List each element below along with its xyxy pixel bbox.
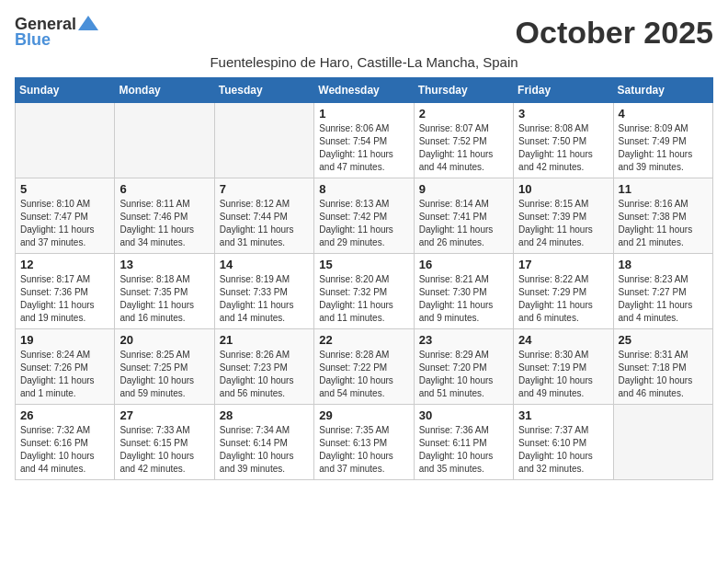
day-number: 8: [319, 182, 408, 196]
day-info: Sunrise: 7:33 AM Sunset: 6:15 PM Dayligh…: [119, 424, 209, 476]
header-monday: Monday: [115, 78, 214, 103]
day-info: Sunrise: 8:23 AM Sunset: 7:27 PM Dayligh…: [619, 273, 708, 325]
calendar-cell: [214, 103, 313, 178]
day-info: Sunrise: 8:22 AM Sunset: 7:29 PM Dayligh…: [518, 273, 608, 325]
calendar-cell: 30Sunrise: 7:36 AM Sunset: 6:11 PM Dayli…: [414, 405, 513, 480]
day-number: 14: [220, 258, 309, 271]
calendar-cell: [115, 103, 214, 178]
day-number: 30: [419, 408, 508, 422]
logo-blue-text: Blue: [15, 30, 51, 50]
calendar-cell: 16Sunrise: 8:21 AM Sunset: 7:30 PM Dayli…: [414, 254, 513, 329]
calendar-cell: 4Sunrise: 8:09 AM Sunset: 7:49 PM Daylig…: [613, 103, 712, 178]
day-info: Sunrise: 8:24 AM Sunset: 7:26 PM Dayligh…: [20, 349, 109, 400]
day-number: 16: [419, 258, 508, 271]
header-saturday: Saturday: [613, 78, 712, 103]
day-info: Sunrise: 7:36 AM Sunset: 6:11 PM Dayligh…: [419, 424, 508, 476]
day-info: Sunrise: 8:13 AM Sunset: 7:42 PM Dayligh…: [319, 198, 408, 249]
day-number: 22: [319, 333, 408, 347]
day-info: Sunrise: 8:26 AM Sunset: 7:23 PM Dayligh…: [220, 349, 309, 400]
day-number: 13: [119, 258, 209, 271]
day-number: 24: [518, 333, 608, 347]
header: General Blue October 2025: [15, 15, 713, 51]
day-number: 29: [319, 408, 408, 422]
calendar-cell: 25Sunrise: 8:31 AM Sunset: 7:18 PM Dayli…: [613, 329, 712, 405]
day-number: 7: [220, 182, 309, 196]
day-number: 31: [518, 408, 608, 422]
day-number: 15: [319, 258, 408, 271]
day-info: Sunrise: 8:08 AM Sunset: 7:50 PM Dayligh…: [518, 122, 608, 174]
calendar-cell: 3Sunrise: 8:08 AM Sunset: 7:50 PM Daylig…: [514, 103, 613, 178]
day-number: 17: [518, 258, 608, 271]
day-number: 23: [419, 333, 508, 347]
calendar-cell: 5Sunrise: 8:10 AM Sunset: 7:47 PM Daylig…: [16, 178, 115, 254]
day-info: Sunrise: 8:15 AM Sunset: 7:39 PM Dayligh…: [518, 198, 608, 249]
day-info: Sunrise: 8:30 AM Sunset: 7:19 PM Dayligh…: [518, 349, 608, 400]
logo: General Blue: [15, 15, 98, 50]
calendar-cell: 2Sunrise: 8:07 AM Sunset: 7:52 PM Daylig…: [414, 103, 513, 178]
calendar-cell: 29Sunrise: 7:35 AM Sunset: 6:13 PM Dayli…: [314, 405, 414, 480]
calendar-cell: [613, 405, 712, 480]
day-info: Sunrise: 8:10 AM Sunset: 7:47 PM Dayligh…: [20, 198, 109, 249]
calendar-cell: 20Sunrise: 8:25 AM Sunset: 7:25 PM Dayli…: [115, 329, 214, 405]
calendar-cell: 6Sunrise: 8:11 AM Sunset: 7:46 PM Daylig…: [115, 178, 214, 254]
calendar-week-4: 19Sunrise: 8:24 AM Sunset: 7:26 PM Dayli…: [16, 329, 713, 405]
day-number: 19: [20, 333, 109, 347]
day-number: 11: [619, 182, 708, 196]
day-info: Sunrise: 8:06 AM Sunset: 7:54 PM Dayligh…: [319, 122, 408, 174]
day-info: Sunrise: 8:20 AM Sunset: 7:32 PM Dayligh…: [319, 273, 408, 325]
calendar-cell: 10Sunrise: 8:15 AM Sunset: 7:39 PM Dayli…: [514, 178, 613, 254]
day-info: Sunrise: 7:32 AM Sunset: 6:16 PM Dayligh…: [20, 424, 109, 476]
day-number: 21: [220, 333, 309, 347]
calendar-cell: 27Sunrise: 7:33 AM Sunset: 6:15 PM Dayli…: [115, 405, 214, 480]
calendar-week-2: 5Sunrise: 8:10 AM Sunset: 7:47 PM Daylig…: [16, 178, 713, 254]
calendar-cell: 24Sunrise: 8:30 AM Sunset: 7:19 PM Dayli…: [514, 329, 613, 405]
calendar-table: Sunday Monday Tuesday Wednesday Thursday…: [15, 77, 713, 480]
logo-icon: [78, 16, 98, 30]
calendar-week-3: 12Sunrise: 8:17 AM Sunset: 7:36 PM Dayli…: [16, 254, 713, 329]
calendar-cell: 21Sunrise: 8:26 AM Sunset: 7:23 PM Dayli…: [214, 329, 313, 405]
calendar-cell: 26Sunrise: 7:32 AM Sunset: 6:16 PM Dayli…: [16, 405, 115, 480]
day-info: Sunrise: 7:34 AM Sunset: 6:14 PM Dayligh…: [220, 424, 309, 476]
day-info: Sunrise: 8:21 AM Sunset: 7:30 PM Dayligh…: [419, 273, 508, 325]
day-info: Sunrise: 7:35 AM Sunset: 6:13 PM Dayligh…: [319, 424, 408, 476]
day-info: Sunrise: 8:18 AM Sunset: 7:35 PM Dayligh…: [119, 273, 209, 325]
calendar-cell: 19Sunrise: 8:24 AM Sunset: 7:26 PM Dayli…: [16, 329, 115, 405]
calendar-cell: 9Sunrise: 8:14 AM Sunset: 7:41 PM Daylig…: [414, 178, 513, 254]
header-tuesday: Tuesday: [214, 78, 313, 103]
day-number: 20: [119, 333, 209, 347]
calendar-cell: 31Sunrise: 7:37 AM Sunset: 6:10 PM Dayli…: [514, 405, 613, 480]
day-info: Sunrise: 8:09 AM Sunset: 7:49 PM Dayligh…: [619, 122, 708, 174]
day-number: 1: [319, 107, 408, 121]
day-number: 26: [20, 408, 109, 422]
days-header-row: Sunday Monday Tuesday Wednesday Thursday…: [16, 78, 713, 103]
day-info: Sunrise: 7:37 AM Sunset: 6:10 PM Dayligh…: [518, 424, 608, 476]
calendar-cell: 11Sunrise: 8:16 AM Sunset: 7:38 PM Dayli…: [613, 178, 712, 254]
day-info: Sunrise: 8:07 AM Sunset: 7:52 PM Dayligh…: [419, 122, 508, 174]
day-number: 9: [419, 182, 508, 196]
calendar-cell: 12Sunrise: 8:17 AM Sunset: 7:36 PM Dayli…: [16, 254, 115, 329]
header-friday: Friday: [514, 78, 613, 103]
day-number: 10: [518, 182, 608, 196]
day-info: Sunrise: 8:25 AM Sunset: 7:25 PM Dayligh…: [119, 349, 209, 400]
calendar-cell: 15Sunrise: 8:20 AM Sunset: 7:32 PM Dayli…: [314, 254, 414, 329]
calendar-cell: 7Sunrise: 8:12 AM Sunset: 7:44 PM Daylig…: [214, 178, 313, 254]
header-wednesday: Wednesday: [314, 78, 414, 103]
header-thursday: Thursday: [414, 78, 513, 103]
day-info: Sunrise: 8:11 AM Sunset: 7:46 PM Dayligh…: [119, 198, 209, 249]
day-number: 27: [119, 408, 209, 422]
day-info: Sunrise: 8:14 AM Sunset: 7:41 PM Dayligh…: [419, 198, 508, 249]
calendar-cell: 23Sunrise: 8:29 AM Sunset: 7:20 PM Dayli…: [414, 329, 513, 405]
svg-marker-0: [78, 16, 98, 30]
day-info: Sunrise: 8:28 AM Sunset: 7:22 PM Dayligh…: [319, 349, 408, 400]
day-number: 6: [119, 182, 209, 196]
subtitle: Fuentelespino de Haro, Castille-La Manch…: [15, 54, 713, 70]
calendar-cell: 1Sunrise: 8:06 AM Sunset: 7:54 PM Daylig…: [314, 103, 414, 178]
day-info: Sunrise: 8:31 AM Sunset: 7:18 PM Dayligh…: [619, 349, 708, 400]
day-info: Sunrise: 8:12 AM Sunset: 7:44 PM Dayligh…: [220, 198, 309, 249]
day-number: 5: [20, 182, 109, 196]
calendar-cell: 17Sunrise: 8:22 AM Sunset: 7:29 PM Dayli…: [514, 254, 613, 329]
day-info: Sunrise: 8:16 AM Sunset: 7:38 PM Dayligh…: [619, 198, 708, 249]
calendar-week-5: 26Sunrise: 7:32 AM Sunset: 6:16 PM Dayli…: [16, 405, 713, 480]
calendar-cell: 22Sunrise: 8:28 AM Sunset: 7:22 PM Dayli…: [314, 329, 414, 405]
day-number: 12: [20, 258, 109, 271]
